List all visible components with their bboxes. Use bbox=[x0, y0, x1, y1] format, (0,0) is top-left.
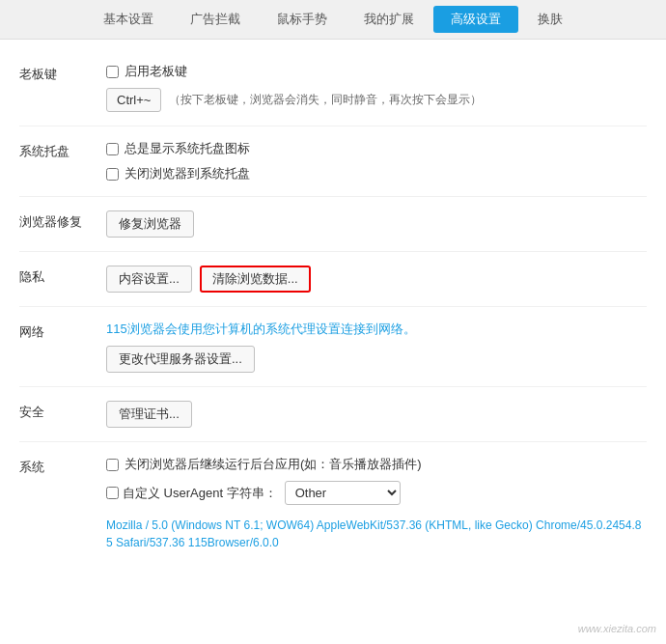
system-checkbox1-input[interactable] bbox=[106, 459, 119, 471]
tray-checkbox2[interactable]: 关闭浏览器到系统托盘 bbox=[106, 165, 647, 182]
privacy-label: 隐私 bbox=[19, 266, 106, 286]
boss-key-controls: 启用老板键 Ctrl+~ （按下老板键，浏览器会消失，同时静音，再次按下会显示） bbox=[106, 63, 647, 112]
tray-controls: 总是显示系统托盘图标 关闭浏览器到系统托盘 bbox=[106, 140, 647, 182]
settings-content: 老板键 启用老板键 Ctrl+~ （按下老板键，浏览器会消失，同时静音，再次按下… bbox=[0, 40, 666, 584]
watermark: www.xiezita.com bbox=[578, 623, 656, 634]
system-label: 系统 bbox=[19, 456, 106, 476]
content-settings-button[interactable]: 内容设置... bbox=[106, 266, 192, 293]
network-label: 网络 bbox=[19, 321, 106, 341]
boss-key-checkbox-input[interactable] bbox=[106, 66, 119, 78]
system-checkbox2-input[interactable] bbox=[106, 487, 119, 499]
repair-section: 浏览器修复 修复浏览器 bbox=[19, 197, 647, 252]
network-section: 网络 115浏览器会使用您计算机的系统代理设置连接到网络。 更改代理服务器设置.… bbox=[19, 307, 647, 387]
tray-checkbox2-input[interactable] bbox=[106, 168, 119, 181]
ua-select[interactable]: Other Default IE Firefox Chrome bbox=[285, 481, 401, 505]
security-controls: 管理证书... bbox=[106, 401, 647, 428]
tab-basic[interactable]: 基本设置 bbox=[86, 6, 171, 33]
privacy-controls: 内容设置... 清除浏览数据... bbox=[106, 266, 647, 293]
tray-label: 系统托盘 bbox=[19, 140, 106, 160]
boss-key-section: 老板键 启用老板键 Ctrl+~ （按下老板键，浏览器会消失，同时静音，再次按下… bbox=[19, 49, 647, 126]
tab-skin[interactable]: 换肤 bbox=[520, 6, 580, 33]
ua-string-display: Mozilla / 5.0 (Windows NT 6.1; WOW64) Ap… bbox=[106, 517, 647, 551]
security-section: 安全 管理证书... bbox=[19, 387, 647, 442]
repair-button[interactable]: 修复浏览器 bbox=[106, 210, 194, 238]
repair-controls: 修复浏览器 bbox=[106, 210, 647, 238]
system-controls: 关闭浏览器后继续运行后台应用(如：音乐播放器插件) 自定义 UserAgent … bbox=[106, 456, 647, 551]
proxy-settings-button[interactable]: 更改代理服务器设置... bbox=[106, 346, 255, 373]
tray-checkbox1[interactable]: 总是显示系统托盘图标 bbox=[106, 140, 647, 157]
tray-checkbox1-input[interactable] bbox=[106, 143, 119, 155]
tab-extensions[interactable]: 我的扩展 bbox=[347, 6, 431, 33]
tab-advanced[interactable]: 高级设置 bbox=[433, 6, 518, 33]
manage-certificates-button[interactable]: 管理证书... bbox=[106, 401, 192, 428]
boss-key-checkbox-label: 启用老板键 bbox=[125, 63, 187, 80]
system-checkbox1[interactable]: 关闭浏览器后继续运行后台应用(如：音乐播放器插件) bbox=[106, 456, 647, 473]
browser-window: 基本设置 广告拦截 鼠标手势 我的扩展 高级设置 换肤 老板键 启用老板键 Ct… bbox=[0, 0, 666, 644]
boss-key-shortcut: Ctrl+~ bbox=[106, 88, 161, 112]
network-controls: 115浏览器会使用您计算机的系统代理设置连接到网络。 更改代理服务器设置... bbox=[106, 321, 647, 373]
system-checkbox2-label: 自定义 UserAgent 字符串： bbox=[123, 485, 277, 502]
tab-gesture[interactable]: 鼠标手势 bbox=[260, 6, 345, 33]
privacy-section: 隐私 内容设置... 清除浏览数据... bbox=[19, 252, 647, 307]
boss-key-hint: （按下老板键，浏览器会消失，同时静音，再次按下会显示） bbox=[169, 92, 482, 108]
system-checkbox2[interactable]: 自定义 UserAgent 字符串： bbox=[106, 485, 277, 502]
repair-label: 浏览器修复 bbox=[19, 210, 106, 231]
network-info: 115浏览器会使用您计算机的系统代理设置连接到网络。 bbox=[106, 321, 647, 338]
tray-checkbox1-label: 总是显示系统托盘图标 bbox=[125, 140, 250, 157]
boss-key-label: 老板键 bbox=[19, 63, 106, 83]
tray-section: 系统托盘 总是显示系统托盘图标 关闭浏览器到系统托盘 bbox=[19, 126, 647, 197]
clear-browsing-data-button[interactable]: 清除浏览数据... bbox=[200, 266, 311, 293]
security-label: 安全 bbox=[19, 401, 106, 421]
system-checkbox1-label: 关闭浏览器后继续运行后台应用(如：音乐播放器插件) bbox=[125, 456, 422, 473]
system-section: 系统 关闭浏览器后继续运行后台应用(如：音乐播放器插件) 自定义 UserAge… bbox=[19, 442, 647, 565]
boss-key-checkbox[interactable]: 启用老板键 bbox=[106, 63, 187, 80]
tray-checkbox2-label: 关闭浏览器到系统托盘 bbox=[125, 165, 250, 182]
tab-bar: 基本设置 广告拦截 鼠标手势 我的扩展 高级设置 换肤 bbox=[0, 0, 666, 40]
tab-adblock[interactable]: 广告拦截 bbox=[173, 6, 258, 33]
